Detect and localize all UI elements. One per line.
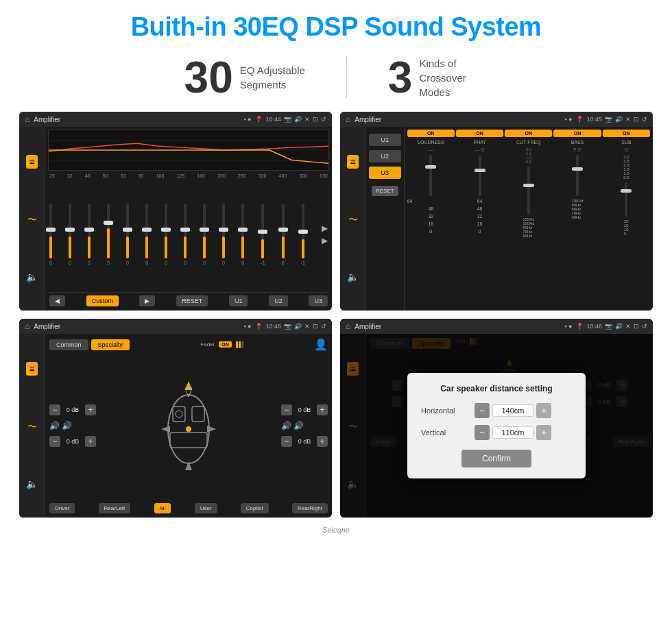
- eq-icon[interactable]: ≡: [26, 155, 37, 169]
- loudness-slider[interactable]: [429, 155, 432, 196]
- user-btn[interactable]: User: [195, 503, 217, 513]
- u3-button[interactable]: U3: [309, 295, 328, 306]
- window-icon-2[interactable]: ⊡: [634, 116, 639, 123]
- eq-icon-3[interactable]: ≡: [26, 362, 37, 376]
- vol-rl-minus[interactable]: −: [49, 436, 60, 447]
- eq-icon-2[interactable]: ≡: [347, 155, 358, 169]
- slider-6[interactable]: 0: [145, 204, 148, 265]
- slider-13[interactable]: 0: [282, 204, 285, 265]
- confirm-button[interactable]: Confirm: [461, 450, 531, 467]
- svg-rect-7: [170, 433, 207, 448]
- vol-fr-minus[interactable]: −: [281, 404, 292, 415]
- slider-8[interactable]: 0: [184, 204, 187, 265]
- fader-label: Fader: [200, 341, 215, 348]
- rearright-btn[interactable]: RearRight: [292, 503, 328, 513]
- copilot-btn[interactable]: Copilot: [241, 503, 269, 513]
- close-icon-3[interactable]: ✕: [304, 323, 310, 330]
- vol-fr-plus[interactable]: +: [317, 404, 328, 415]
- sub-slider[interactable]: [625, 182, 627, 217]
- speaker-icon[interactable]: 🔈: [26, 271, 38, 282]
- back-icon-2[interactable]: ↺: [642, 116, 647, 123]
- driver-btn[interactable]: Driver: [49, 503, 75, 513]
- zone-buttons: Driver RearLeft All User Copilot RearRig…: [49, 503, 328, 513]
- close-icon-2[interactable]: ✕: [625, 116, 631, 123]
- slider-14[interactable]: -1: [301, 204, 305, 265]
- slider-2[interactable]: 0: [69, 204, 71, 265]
- vol-row-fr: − 0 dB +: [281, 404, 328, 415]
- back-icon-1[interactable]: ↺: [321, 116, 326, 123]
- wave-icon[interactable]: 〜: [27, 214, 37, 226]
- vertical-minus[interactable]: −: [475, 425, 490, 440]
- slider-5[interactable]: 0: [126, 204, 129, 265]
- sub-on[interactable]: ON: [603, 130, 650, 137]
- slider-4[interactable]: 5: [107, 204, 110, 265]
- loudness-on[interactable]: ON: [407, 130, 455, 137]
- cutfreq-slider[interactable]: [527, 167, 530, 215]
- slider-3[interactable]: 0: [88, 204, 91, 265]
- u1-button[interactable]: U1: [229, 295, 248, 306]
- home-icon-3[interactable]: ⌂: [25, 321, 29, 331]
- bass-slider[interactable]: [576, 155, 579, 196]
- phat-slider[interactable]: [479, 155, 481, 196]
- home-icon-4[interactable]: ⌂: [346, 321, 350, 331]
- phat-on[interactable]: ON: [456, 130, 503, 137]
- dialog-title: Car speaker distance setting: [421, 384, 572, 393]
- wave-icon-2[interactable]: 〜: [348, 214, 358, 226]
- slider-1[interactable]: 0: [49, 204, 52, 265]
- horizontal-plus[interactable]: +: [536, 403, 551, 418]
- custom-button[interactable]: Custom: [86, 295, 119, 306]
- vol-rr-value: 0 dB: [295, 438, 314, 445]
- vol-fl-plus[interactable]: +: [85, 404, 96, 415]
- window-icon-4[interactable]: ⊡: [634, 323, 639, 330]
- status-bar-4: ⌂ Amplifier ▪ ● 📍 10:46 📷 🔊 ✕ ⊡ ↺: [340, 319, 653, 334]
- slider-10[interactable]: 0: [222, 204, 225, 265]
- u2-preset[interactable]: U2: [369, 150, 401, 162]
- cutfreq-on[interactable]: ON: [505, 130, 552, 137]
- bar-1: [236, 341, 238, 348]
- back-icon-3[interactable]: ↺: [321, 323, 326, 330]
- play-button[interactable]: ▶: [139, 295, 155, 306]
- rearleft-btn[interactable]: RearLeft: [99, 503, 131, 513]
- horizontal-minus[interactable]: −: [475, 403, 490, 418]
- u2-button[interactable]: U2: [269, 295, 288, 306]
- close-icon-4[interactable]: ✕: [625, 323, 631, 330]
- vol-rl-plus[interactable]: +: [85, 436, 96, 447]
- eq-arrows[interactable]: ▶ ▶: [322, 223, 328, 245]
- window-icon-1[interactable]: ⊡: [313, 116, 318, 123]
- loudness-label: LOUDNESS: [418, 140, 444, 145]
- ch-cutfreq: ON CUT FREQ 3.02.11.30.5 125Hz100Hz80Hz7…: [505, 130, 552, 308]
- u3-preset[interactable]: U3: [369, 167, 401, 179]
- wave-icon-3[interactable]: 〜: [27, 421, 37, 433]
- home-icon-1[interactable]: ⌂: [25, 114, 29, 124]
- side-controls-1: ≡ 〜 🔈: [19, 127, 45, 311]
- slider-9[interactable]: 0: [203, 204, 206, 265]
- speaker-icon-3[interactable]: 🔈: [26, 478, 38, 489]
- speaker-icon-2[interactable]: 🔈: [347, 271, 359, 282]
- slider-7[interactable]: 0: [165, 204, 167, 265]
- vol-rr-minus[interactable]: −: [281, 436, 292, 447]
- all-btn[interactable]: All: [154, 503, 171, 513]
- vol-fl-minus[interactable]: −: [49, 404, 60, 415]
- vol-rr-plus[interactable]: +: [317, 436, 328, 447]
- specialty-tab[interactable]: Specialty: [91, 339, 130, 350]
- sp-tabs: Common Specialty: [49, 339, 130, 350]
- location-icon-3: 📍: [255, 323, 263, 330]
- fader-on-button[interactable]: ON: [219, 341, 232, 348]
- back-icon-4[interactable]: ↺: [642, 323, 647, 330]
- window-icon-3[interactable]: ⊡: [313, 323, 318, 330]
- slider-11[interactable]: 0: [241, 204, 244, 265]
- stats-row: 30 EQ Adjustable Segments 3 Kinds of Cro…: [0, 49, 672, 112]
- vertical-plus[interactable]: +: [536, 425, 551, 440]
- home-icon-2[interactable]: ⌂: [346, 114, 350, 124]
- prev-button[interactable]: ◀: [49, 295, 65, 306]
- u1-preset[interactable]: U1: [369, 134, 401, 146]
- location-icon-4: 📍: [576, 323, 584, 330]
- reset-button-2[interactable]: RESET: [372, 186, 398, 196]
- screen1-title: Amplifier: [34, 116, 239, 123]
- slider-12[interactable]: -1: [261, 204, 265, 265]
- reset-button-1[interactable]: RESET: [176, 295, 208, 306]
- close-icon-1[interactable]: ✕: [304, 116, 310, 123]
- bass-on[interactable]: ON: [553, 130, 601, 137]
- common-tab[interactable]: Common: [49, 339, 88, 350]
- volume-icon-4: 🔊: [615, 323, 623, 330]
